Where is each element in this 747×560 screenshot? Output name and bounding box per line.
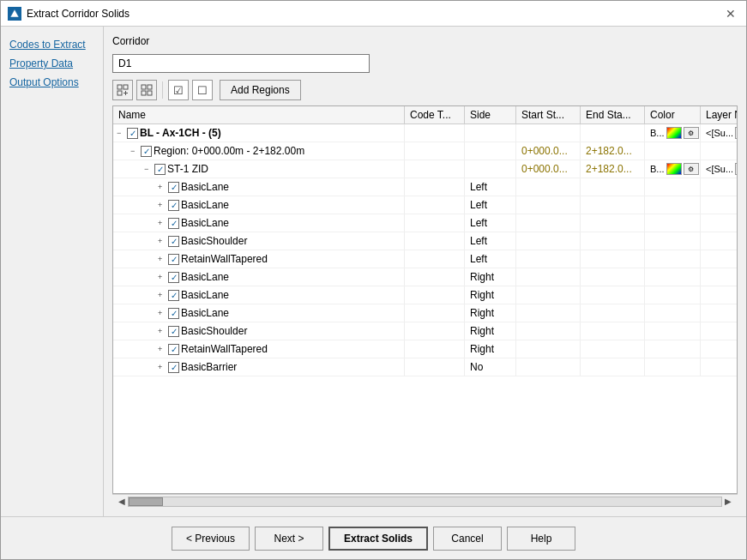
row-checkbox[interactable] xyxy=(168,362,179,373)
tree-cell-color: B... ⚙ xyxy=(645,160,701,178)
layer-extra-btn[interactable]: ⚙ xyxy=(735,163,738,175)
row-checkbox[interactable] xyxy=(141,146,152,157)
expand-icon[interactable]: + xyxy=(158,363,166,371)
corridor-input[interactable] xyxy=(112,54,370,73)
tree-cell-start xyxy=(516,286,581,304)
row-checkbox[interactable] xyxy=(168,344,179,355)
expand-icon[interactable]: + xyxy=(158,327,166,335)
table-row: + BasicLane Left xyxy=(113,196,737,214)
layer-extra-btn[interactable]: ⚙ xyxy=(735,127,738,139)
row-checkbox[interactable] xyxy=(168,182,179,193)
expand-icon[interactable]: + xyxy=(158,273,166,281)
svg-rect-8 xyxy=(142,91,146,95)
tree-expand-button[interactable] xyxy=(112,80,133,100)
extract-solids-button[interactable]: Extract Solids xyxy=(328,527,428,551)
tree-cell-layer xyxy=(701,268,738,286)
horizontal-scrollbar[interactable] xyxy=(128,497,722,507)
close-button[interactable]: ✕ xyxy=(722,5,739,22)
tree-cell-side: Left xyxy=(465,232,516,250)
expand-icon[interactable]: + xyxy=(158,255,166,263)
tree-cell-name: + BasicLane xyxy=(113,214,405,232)
color-extra-btn[interactable]: ⚙ xyxy=(684,163,699,175)
table-row: + BasicLane Left xyxy=(113,178,737,196)
main-window: Extract Corridor Solids ✕ Codes to Extra… xyxy=(0,0,747,560)
row-checkbox[interactable] xyxy=(168,218,179,229)
uncheck-all-button[interactable]: ☐ xyxy=(192,80,213,100)
svg-marker-0 xyxy=(10,9,19,17)
expand-icon[interactable]: − xyxy=(144,165,153,173)
table-row: + BasicLane Right xyxy=(113,286,737,304)
col-header-layer: Layer N... xyxy=(701,106,738,123)
tree-header: Name Code T... Side Start St... End Sta.… xyxy=(113,106,737,124)
help-button[interactable]: Help xyxy=(507,527,575,551)
sidebar-item-property-data[interactable]: Property Data xyxy=(1,54,103,73)
scroll-left-arrow[interactable]: ◀ xyxy=(116,497,128,506)
tree-cell-name: + BasicLane xyxy=(113,286,405,304)
main-panel: Corridor xyxy=(104,27,746,516)
col-header-side: Side xyxy=(465,106,516,123)
tree-cell-end: 2+182.0... xyxy=(581,142,645,160)
table-row: − Region: 0+000.00m - 2+182.00m 0+000.0.… xyxy=(113,142,737,160)
row-checkbox[interactable] xyxy=(168,290,179,301)
expand-icon[interactable]: + xyxy=(158,291,166,299)
row-checkbox[interactable] xyxy=(168,236,179,247)
row-checkbox[interactable] xyxy=(168,200,179,211)
tree-collapse-button[interactable] xyxy=(136,80,157,100)
row-checkbox[interactable] xyxy=(127,128,138,139)
tree-cell-side: Left xyxy=(465,214,516,232)
tree-cell-side: Right xyxy=(465,268,516,286)
color-palette-btn[interactable] xyxy=(666,163,682,175)
expand-icon[interactable]: − xyxy=(117,129,125,137)
tree-cell-start xyxy=(516,196,581,214)
svg-rect-2 xyxy=(123,85,128,89)
tree-cell-name: + BasicShoulder xyxy=(113,232,405,250)
tree-cell-code xyxy=(405,340,465,358)
table-row: − BL - Ax-1CH - (5) B... ⚙ xyxy=(113,124,737,142)
scroll-thumb[interactable] xyxy=(129,497,163,506)
next-button[interactable]: Next > xyxy=(255,527,323,551)
table-row: − ST-1 ZID 0+000.0... 2+182.0... B... xyxy=(113,160,737,178)
row-checkbox[interactable] xyxy=(168,326,179,337)
expand-icon[interactable]: + xyxy=(158,201,166,209)
tree-cell-start xyxy=(516,214,581,232)
tree-cell-name: + BasicLane xyxy=(113,178,405,196)
color-extra-btn[interactable]: ⚙ xyxy=(684,127,699,139)
tree-cell-code xyxy=(405,214,465,232)
previous-button[interactable]: < Previous xyxy=(172,527,250,551)
tree-cell-color xyxy=(645,340,701,358)
row-checkbox[interactable] xyxy=(168,254,179,265)
sidebar-item-output-options[interactable]: Output Options xyxy=(1,73,103,92)
row-checkbox[interactable] xyxy=(154,164,166,175)
expand-icon[interactable]: + xyxy=(158,219,166,227)
cancel-button[interactable]: Cancel xyxy=(433,527,502,551)
tree-cell-start xyxy=(516,304,581,322)
layer-text: <[Su... xyxy=(706,164,733,174)
row-checkbox[interactable] xyxy=(168,308,179,319)
tree-cell-layer xyxy=(701,142,738,160)
tree-cell-side: Right xyxy=(465,286,516,304)
expand-icon[interactable]: − xyxy=(130,147,139,155)
tree-cell-side: Left xyxy=(465,196,516,214)
tree-cell-name: + RetainWallTapered xyxy=(113,340,405,358)
row-label: BasicLane xyxy=(181,307,229,319)
tree-cell-code xyxy=(405,178,465,196)
expand-icon[interactable]: + xyxy=(158,183,166,191)
row-checkbox[interactable] xyxy=(168,272,179,283)
expand-icon[interactable]: + xyxy=(158,237,166,245)
expand-icon[interactable]: + xyxy=(158,345,166,353)
row-label: Region: 0+000.00m - 2+182.00m xyxy=(154,145,304,157)
table-row: + RetainWallTapered Right xyxy=(113,340,737,358)
tree-cell-start xyxy=(516,340,581,358)
scroll-right-arrow[interactable]: ▶ xyxy=(722,497,734,506)
color-palette-btn[interactable] xyxy=(666,127,682,139)
add-regions-button[interactable]: Add Regions xyxy=(220,80,301,100)
check-all-button[interactable]: ☑ xyxy=(168,80,189,100)
expand-icon[interactable]: + xyxy=(158,309,166,317)
tree-cell-code xyxy=(405,358,465,376)
svg-rect-6 xyxy=(142,85,146,89)
sidebar-item-codes-to-extract[interactable]: Codes to Extract xyxy=(1,35,103,54)
tree-container[interactable]: Name Code T... Side Start St... End Sta.… xyxy=(112,105,738,494)
tree-cell-color xyxy=(645,322,701,340)
tree-cell-end xyxy=(581,196,645,214)
tree-body: − BL - Ax-1CH - (5) B... ⚙ xyxy=(113,124,737,376)
